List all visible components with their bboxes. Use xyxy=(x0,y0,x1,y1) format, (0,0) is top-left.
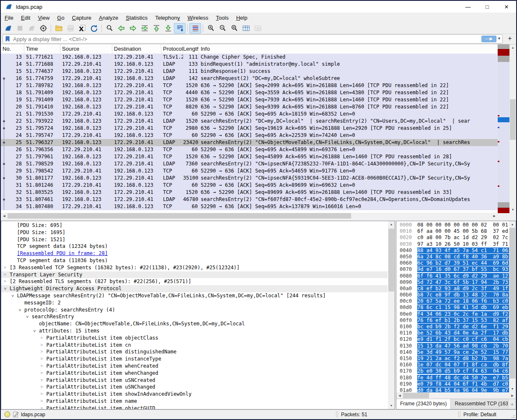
reload-file-button[interactable] xyxy=(88,23,100,33)
packet-row-13[interactable]: 1351.771621192.168.0.123172.29.210.41TLS… xyxy=(1,54,498,61)
column-header-time[interactable]: Time xyxy=(24,44,60,54)
hex-row-0140[interactable]: 01405e 3d 49 57 9a ce 2e 52 15 77 c xyxy=(396,349,509,356)
zoom-in-button[interactable] xyxy=(205,23,217,33)
detail-tree-item[interactable]: >PartialAttributeList item cn xyxy=(1,342,388,349)
detail-tree-item[interactable]: >attributes: 15 items xyxy=(1,327,388,335)
detail-tree-item[interactable]: >PartialAttributeList item objectGUID xyxy=(1,405,388,410)
scroll-up-arrow[interactable]: ▲ xyxy=(509,221,516,228)
expert-info-icon[interactable] xyxy=(4,411,10,417)
detail-tree-item[interactable]: >[2 Reassembled TLS segments (827 bytes)… xyxy=(1,278,388,285)
collapsed-chevron-icon[interactable]: > xyxy=(41,391,43,398)
tab-scroll-left-arrow[interactable]: ◀ xyxy=(508,402,515,406)
hex-row-00d0[interactable]: 00d078 6c c1 15 98 41 5d db 69 eb b xyxy=(396,304,509,311)
open-file-button[interactable] xyxy=(53,23,65,33)
menu-view[interactable]: View xyxy=(34,13,53,23)
hex-row-0010[interactable]: 00106f aa 00 00 45 00 5b 68 37 ed 4 xyxy=(396,228,509,234)
column-header-length[interactable]: Length xyxy=(183,44,199,54)
packet-row-32[interactable]: 3251.803525192.168.0.123172.29.210.41TCP… xyxy=(1,189,498,196)
packet-row-27[interactable]: 2751.797961192.168.0.123172.29.210.41TCP… xyxy=(1,153,498,160)
detail-tree-item[interactable]: >PartialAttributeList item instanceType xyxy=(1,356,388,363)
bytes-tab-reassembled-tcp[interactable]: Reassembled TCP (163 xyxy=(451,399,508,410)
expanded-chevron-icon[interactable]: > xyxy=(2,288,9,290)
hex-row-00a0[interactable]: 00a0c8 ef b2 93 a8 d9 2c 3f 49 1f 1 xyxy=(396,286,509,292)
collapsed-chevron-icon[interactable]: > xyxy=(41,342,43,349)
detail-tree-item[interactable]: >PartialAttributeList item showInAdvance… xyxy=(1,391,388,398)
detail-tree-item[interactable]: messageID: 2 xyxy=(1,299,388,307)
detail-tree-item[interactable]: >LDAPMessage searchResEntry(2) "CN=Objec… xyxy=(1,292,388,299)
go-first-packet-button[interactable] xyxy=(150,23,162,33)
collapsed-chevron-icon[interactable]: > xyxy=(41,405,43,410)
column-header-info[interactable]: Info xyxy=(199,44,498,54)
detail-tree-item[interactable]: [PDU Size: 1695] xyxy=(1,229,388,236)
detail-tree-item[interactable]: >PartialAttributeList item whenCreated xyxy=(1,363,388,370)
packet-row-20[interactable]: 2051.791410192.168.0.123172.29.210.41TCP… xyxy=(1,103,498,111)
auto-scroll-button[interactable] xyxy=(174,23,186,33)
detail-tree-item[interactable]: >[3 Reassembled TCP Segments (16382 byte… xyxy=(1,264,388,271)
detail-tree-item[interactable]: >protocolOp: searchResEntry (4) xyxy=(1,307,388,314)
detail-tree-item[interactable]: [Reassembled PDU in frame: 28] xyxy=(1,250,388,257)
intelligent-scrollbar-minimap[interactable] xyxy=(498,44,509,213)
detail-tree-item[interactable]: >PartialAttributeList item whenChanged xyxy=(1,370,388,377)
close-button[interactable]: ✕ xyxy=(497,1,516,13)
hex-row-0150[interactable]: 015019 21 2a ac f2 d8 b2 7b 98 7a a xyxy=(396,356,509,362)
scroll-thumb[interactable] xyxy=(8,213,351,219)
detail-tree-item[interactable]: >PartialAttributeList item name xyxy=(1,398,388,405)
hex-row-0090[interactable]: 00905d 72 47 3c 6f 5b 17 94 2b 73 c xyxy=(396,279,509,286)
menu-help[interactable]: Help xyxy=(233,13,251,23)
hex-row-0100[interactable]: 0100bc ed b9 2b f2 de d2 6e f1 29 5 xyxy=(396,324,509,330)
packet-row-15[interactable]: 1551.774637192.168.0.123172.29.210.41LDA… xyxy=(1,68,498,75)
menu-telephony[interactable]: Telephony xyxy=(151,13,184,23)
packet-list-vscrollbar[interactable]: ▲ ▼ xyxy=(509,44,516,213)
capture-options-button[interactable] xyxy=(37,23,49,33)
display-filter-input[interactable]: Apply a display filter ... <Ctrl-/> ▼ xyxy=(3,34,503,44)
hex-row-00b0[interactable]: 00b0b8 7c e8 9f db 13 48 32 70 8a a xyxy=(396,292,509,298)
hex-row-0000[interactable]: 000008 00 00 00 00 00 00 02 00 01 0 xyxy=(396,222,509,228)
stop-capture-button[interactable] xyxy=(14,23,26,33)
collapsed-chevron-icon[interactable]: > xyxy=(41,384,43,391)
expanded-chevron-icon[interactable]: > xyxy=(31,330,38,332)
menu-wireless[interactable]: Wireless xyxy=(184,13,212,23)
expanded-chevron-icon[interactable]: > xyxy=(16,309,23,311)
restart-capture-button[interactable] xyxy=(26,23,37,33)
detail-tree-item[interactable]: TCP segment data (12324 bytes) xyxy=(1,243,388,250)
apply-filter-button[interactable] xyxy=(481,36,496,42)
packet-row-26[interactable]: 2651.796356172.29.210.41192.168.0.123TCP… xyxy=(1,146,498,153)
detail-tree-item[interactable]: [PDU Size: 1521] xyxy=(1,236,388,243)
packet-row-30[interactable]: 3051.801177192.168.0.123172.29.210.41LDA… xyxy=(1,175,498,182)
column-header-protocol[interactable]: Protocol xyxy=(161,44,183,54)
hex-row-0040[interactable]: 004088 a4 93 4f a5 7a 54 c1 71 06 0 xyxy=(396,247,509,254)
packet-row-28[interactable]: 2851.798529192.168.0.123172.29.210.41LDA… xyxy=(1,160,498,167)
resize-grip[interactable] xyxy=(511,414,515,418)
hex-row-0110[interactable]: 0110be 52 6b 43 d4 0e 4a 2f 17 db c xyxy=(396,330,509,336)
hex-row-0130[interactable]: 013015 13 da 47 56 ad 98 c6 2b 70 f xyxy=(396,343,509,349)
hex-row-00c0[interactable]: 00c020 67 5a 72 ee 18 06 f6 b3 c0 e xyxy=(396,298,509,304)
go-to-packet-button[interactable] xyxy=(139,23,150,33)
packet-row-31[interactable]: 3151.801246172.29.210.41192.168.0.123TCP… xyxy=(1,182,498,189)
hex-row-0050[interactable]: 00506a 24 8c 08 cd f8 40 36 a9 8b c xyxy=(396,254,509,260)
detail-tree-item[interactable]: objectName: CN=ObjectMoveTable,CN=FileLi… xyxy=(1,320,388,327)
scroll-thumb[interactable] xyxy=(510,99,516,140)
collapsed-chevron-icon[interactable]: > xyxy=(4,264,6,271)
detail-vscrollbar[interactable]: ▲ ▼ xyxy=(388,221,395,409)
detail-tree-item[interactable]: >PartialAttributeList item objectClass xyxy=(1,335,388,342)
packet-row-25[interactable]: 2551.796327192.168.0.123172.29.210.41LDA… xyxy=(1,139,498,146)
go-forward-button[interactable] xyxy=(127,23,139,33)
scroll-up-arrow[interactable]: ▲ xyxy=(388,221,395,228)
resize-columns-button[interactable] xyxy=(240,23,252,33)
bytes-vscrollbar[interactable]: ▲ ▼ xyxy=(509,221,516,392)
column-header-no[interactable]: No. xyxy=(1,44,24,54)
hex-row-0160[interactable]: 01601e 07 dc 04 07 f1 8f ca db 8f b xyxy=(396,362,509,368)
packet-row-34[interactable]: 3451.807480172.29.210.41192.168.0.123TCP… xyxy=(1,203,498,210)
packet-row-14[interactable]: 1451.771688172.29.210.41192.168.0.123LDA… xyxy=(1,61,498,68)
collapsed-chevron-icon[interactable]: > xyxy=(41,398,43,405)
menu-go[interactable]: Go xyxy=(53,13,68,23)
packet-row-29[interactable]: 2951.798542172.29.210.41192.168.0.123TCP… xyxy=(1,167,498,175)
menu-analyze[interactable]: Analyze xyxy=(95,13,122,23)
colorize-packets-button[interactable] xyxy=(189,23,201,33)
find-packet-button[interactable] xyxy=(103,23,115,33)
scroll-up-arrow[interactable]: ▲ xyxy=(509,44,516,51)
collapsed-chevron-icon[interactable]: > xyxy=(41,370,43,377)
start-capture-button[interactable] xyxy=(2,23,14,33)
scroll-left-arrow[interactable]: ◀ xyxy=(1,213,8,219)
filter-dropdown-caret[interactable]: ▼ xyxy=(497,36,501,41)
